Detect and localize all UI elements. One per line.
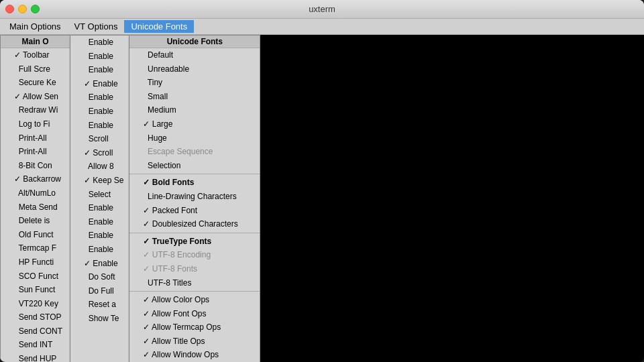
menu-entry-toolbar[interactable]: ✓ Toolbar	[1, 48, 70, 62]
uf-unreadable[interactable]: Unreadable	[129, 62, 260, 76]
uf-sep3	[129, 291, 260, 292]
menu-entry-old-func[interactable]: Old Funct	[1, 228, 70, 242]
menu-entry-print2[interactable]: Print-All	[1, 145, 70, 159]
close-button[interactable]	[5, 5, 14, 13]
menu-entry-delete[interactable]: Delete is	[1, 214, 70, 228]
menu-entry-int[interactable]: Send INT	[1, 338, 70, 352]
main-options-panel: Main O ✓ Toolbar Full Scre Secure Ke ✓ A…	[0, 35, 70, 362]
main-options-header: Main O	[1, 36, 70, 48]
vt-entry-2[interactable]: Enable	[70, 50, 129, 64]
uf-allow-termcap[interactable]: ✓ Allow Termcap Ops	[129, 320, 260, 335]
traffic-lights	[5, 5, 40, 13]
uf-utf8-titles[interactable]: UTF-8 Titles	[129, 276, 260, 290]
menu-entry-allow-send[interactable]: ✓ Allow Sen	[1, 90, 70, 104]
vt-entry-11[interactable]: ✓ Keep Se	[70, 174, 129, 188]
menu-entry-alt-numlock[interactable]: Alt/NumLo	[1, 186, 70, 200]
vt-entry-20[interactable]: Reset a	[70, 298, 129, 312]
vt-entry-7[interactable]: Enable	[70, 119, 129, 133]
menu-entry-secure-keyboard[interactable]: Secure Ke	[1, 76, 70, 90]
vt-entry-16[interactable]: Enable	[70, 243, 129, 257]
window: uxterm Main Options VT Options Unicode F…	[0, 0, 644, 362]
uf-packed-font[interactable]: ✓ Packed Font	[129, 204, 260, 218]
uf-small[interactable]: Small	[129, 90, 260, 104]
uf-bold-fonts[interactable]: ✓ Bold Fonts	[129, 176, 260, 190]
uf-huge[interactable]: Huge	[129, 131, 260, 145]
vt-entry-8[interactable]: Scroll	[70, 132, 129, 146]
menu-entry-log[interactable]: Log to Fi	[1, 117, 70, 131]
uf-tiny[interactable]: Tiny	[129, 76, 260, 90]
uf-line-drawing[interactable]: Line-Drawing Characters	[129, 190, 260, 204]
menu-entry-meta[interactable]: Meta Send	[1, 200, 70, 215]
vt-entry-3[interactable]: Enable	[70, 63, 129, 77]
uf-sep2	[129, 233, 260, 233]
menu-entry-8bit[interactable]: 8-Bit Con	[1, 159, 70, 173]
vt-entry-12[interactable]: Select	[70, 188, 129, 202]
vt-entry-9[interactable]: ✓ Scroll	[70, 146, 129, 160]
uf-sep1	[129, 174, 260, 174]
uf-allow-title[interactable]: ✓ Allow Title Ops	[129, 335, 260, 349]
vt-entry-17[interactable]: ✓ Enable	[70, 257, 129, 271]
uf-doublesized[interactable]: ✓ Doublesized Characters	[129, 217, 260, 231]
menu-entry-hup[interactable]: Send HUP	[1, 352, 70, 362]
vt-entry-5[interactable]: Enable	[70, 90, 129, 105]
minimize-button[interactable]	[18, 5, 27, 13]
menu-entry-cont[interactable]: Send CONT	[1, 324, 70, 339]
vt-entry-18[interactable]: Do Soft	[70, 270, 129, 284]
window-title: uxterm	[309, 4, 335, 14]
menu-unicode-fonts[interactable]: Unicode Fonts	[124, 20, 194, 33]
uf-escape[interactable]: Escape Sequence	[129, 145, 260, 159]
menu-entry-sco[interactable]: SCO Funct	[1, 269, 70, 284]
vt-entry-15[interactable]: Enable	[70, 229, 129, 243]
uf-truetype[interactable]: ✓ TrueType Fonts	[129, 235, 260, 249]
menu-entry-backarrow[interactable]: ✓ Backarrow	[1, 172, 70, 186]
vt-entry-4[interactable]: ✓ Enable	[70, 77, 129, 91]
uf-allow-color[interactable]: ✓ Allow Color Ops	[129, 293, 260, 307]
uf-medium[interactable]: Medium	[129, 103, 260, 117]
menu-entry-sun[interactable]: Sun Funct	[1, 283, 70, 297]
uf-utf8-fonts[interactable]: ✓ UTF-8 Fonts	[129, 262, 260, 276]
uf-default[interactable]: Default	[129, 48, 260, 62]
vt-entry-10[interactable]: Allow 8	[70, 160, 129, 174]
uf-selection[interactable]: Selection	[129, 159, 260, 173]
dropdown-menus: Main O ✓ Toolbar Full Scre Secure Ke ✓ A…	[0, 35, 260, 362]
vt-entry-1[interactable]: Enable	[70, 36, 129, 50]
menu-entry-vt220[interactable]: VT220 Key	[1, 297, 70, 311]
uf-utf8-encoding[interactable]: ✓ UTF-8 Encoding	[129, 248, 260, 262]
menu-entry-termcap[interactable]: Termcap F	[1, 241, 70, 255]
titlebar: uxterm Main Options VT Options Unicode F…	[0, 0, 644, 35]
menubar: Main Options VT Options Unicode Fonts	[0, 19, 644, 35]
menu-vt-options[interactable]: VT Options	[68, 20, 125, 33]
terminal-area: r s t u v w x y z A B C D E F G H I 3 4 …	[0, 35, 644, 362]
vt-entry-6[interactable]: Enable	[70, 105, 129, 119]
vt-entry-21[interactable]: Show Te	[70, 312, 129, 326]
vt-entry-19[interactable]: Do Full	[70, 284, 129, 298]
menu-entry-print1[interactable]: Print-All	[1, 131, 70, 145]
vt-entry-14[interactable]: Enable	[70, 215, 129, 229]
maximize-button[interactable]	[31, 5, 40, 13]
menu-entry-stop[interactable]: Send STOP	[1, 310, 70, 324]
uf-allow-window[interactable]: ✓ Allow Window Ops	[129, 348, 260, 362]
vt-options-panel: Enable Enable Enable ✓ Enable Enable Ena…	[70, 35, 129, 362]
uf-large[interactable]: ✓ Large	[129, 117, 260, 131]
menu-main-options[interactable]: Main Options	[3, 20, 68, 33]
main-area: r s t u v w x y z A B C D E F G H I 3 4 …	[0, 35, 644, 362]
menu-entry-hp[interactable]: HP Functi	[1, 255, 70, 269]
menu-entry-fullscreen[interactable]: Full Scre	[1, 62, 70, 76]
vt-entry-13[interactable]: Enable	[70, 201, 129, 215]
unicode-fonts-panel: Unicode Fonts Default Unreadable Tiny Sm…	[129, 35, 260, 362]
menu-entry-redraw[interactable]: Redraw Wi	[1, 103, 70, 117]
uf-allow-font[interactable]: ✓ Allow Font Ops	[129, 307, 260, 321]
unicode-fonts-header: Unicode Fonts	[129, 36, 260, 48]
